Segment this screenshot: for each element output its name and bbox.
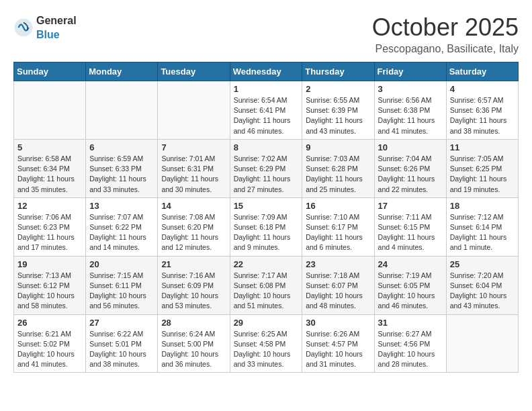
day-info: Sunrise: 6:24 AM Sunset: 5:00 PM Dayligh… [161, 329, 226, 370]
calendar-cell: 19Sunrise: 7:13 AM Sunset: 6:12 PM Dayli… [14, 256, 86, 314]
day-number: 5 [17, 142, 82, 152]
calendar-cell: 10Sunrise: 7:04 AM Sunset: 6:26 PM Dayli… [374, 139, 446, 197]
calendar-cell: 7Sunrise: 7:01 AM Sunset: 6:31 PM Daylig… [158, 139, 230, 197]
day-number: 14 [161, 201, 226, 211]
day-number: 9 [306, 142, 370, 152]
calendar-cell: 23Sunrise: 7:18 AM Sunset: 6:07 PM Dayli… [302, 256, 374, 314]
day-info: Sunrise: 6:27 AM Sunset: 4:56 PM Dayligh… [378, 329, 443, 370]
calendar-cell: 31Sunrise: 6:27 AM Sunset: 4:56 PM Dayli… [374, 314, 446, 373]
day-number: 16 [306, 201, 370, 211]
day-info: Sunrise: 7:19 AM Sunset: 6:05 PM Dayligh… [378, 271, 443, 312]
calendar-cell: 28Sunrise: 6:24 AM Sunset: 5:00 PM Dayli… [158, 314, 230, 373]
day-number: 6 [89, 142, 154, 152]
calendar-cell: 12Sunrise: 7:06 AM Sunset: 6:23 PM Dayli… [14, 197, 86, 256]
calendar-cell: 30Sunrise: 6:26 AM Sunset: 4:57 PM Dayli… [302, 314, 374, 373]
calendar-cell: 2Sunrise: 6:55 AM Sunset: 6:39 PM Daylig… [302, 81, 374, 140]
calendar-cell: 24Sunrise: 7:19 AM Sunset: 6:05 PM Dayli… [374, 256, 446, 314]
logo-blue-text: Blue [36, 29, 60, 40]
day-number: 2 [306, 84, 370, 94]
day-number: 26 [17, 318, 82, 328]
day-info: Sunrise: 6:55 AM Sunset: 6:39 PM Dayligh… [306, 95, 370, 136]
day-number: 30 [306, 318, 370, 328]
day-number: 15 [234, 201, 299, 211]
day-number: 1 [234, 84, 299, 94]
day-number: 3 [378, 84, 443, 94]
day-info: Sunrise: 7:06 AM Sunset: 6:23 PM Dayligh… [17, 212, 82, 253]
calendar-cell: 26Sunrise: 6:21 AM Sunset: 5:02 PM Dayli… [14, 314, 86, 373]
title-section: October 2025 Pescopagano, Basilicate, It… [372, 13, 519, 55]
calendar-cell [446, 314, 518, 373]
calendar-cell [158, 81, 230, 140]
weekday-header-thursday: Thursday [302, 62, 374, 81]
calendar-cell: 16Sunrise: 7:10 AM Sunset: 6:17 PM Dayli… [302, 197, 374, 256]
day-number: 12 [17, 201, 82, 211]
day-info: Sunrise: 7:04 AM Sunset: 6:26 PM Dayligh… [378, 154, 443, 195]
day-number: 7 [161, 142, 226, 152]
day-info: Sunrise: 7:20 AM Sunset: 6:04 PM Dayligh… [450, 271, 515, 312]
day-number: 17 [378, 201, 443, 211]
weekday-header-tuesday: Tuesday [158, 62, 230, 81]
day-number: 11 [450, 142, 515, 152]
day-info: Sunrise: 7:09 AM Sunset: 6:18 PM Dayligh… [234, 212, 299, 253]
logo: General Blue [13, 13, 77, 42]
day-number: 23 [306, 259, 370, 269]
day-info: Sunrise: 7:01 AM Sunset: 6:31 PM Dayligh… [161, 154, 226, 195]
calendar-cell: 4Sunrise: 6:57 AM Sunset: 6:36 PM Daylig… [446, 81, 518, 140]
calendar-cell: 11Sunrise: 7:05 AM Sunset: 6:25 PM Dayli… [446, 139, 518, 197]
day-info: Sunrise: 7:03 AM Sunset: 6:28 PM Dayligh… [306, 154, 370, 195]
day-number: 21 [161, 259, 226, 269]
calendar-cell [14, 81, 86, 140]
day-info: Sunrise: 6:25 AM Sunset: 4:58 PM Dayligh… [234, 329, 299, 370]
day-info: Sunrise: 7:16 AM Sunset: 6:09 PM Dayligh… [161, 271, 226, 312]
weekday-header-friday: Friday [374, 62, 446, 81]
weekday-header-row: SundayMondayTuesdayWednesdayThursdayFrid… [14, 62, 519, 81]
calendar-cell: 22Sunrise: 7:17 AM Sunset: 6:08 PM Dayli… [230, 256, 302, 314]
day-info: Sunrise: 6:54 AM Sunset: 6:41 PM Dayligh… [234, 95, 299, 136]
day-info: Sunrise: 7:12 AM Sunset: 6:14 PM Dayligh… [450, 212, 515, 253]
day-number: 28 [161, 318, 226, 328]
calendar-cell: 15Sunrise: 7:09 AM Sunset: 6:18 PM Dayli… [230, 197, 302, 256]
day-number: 8 [234, 142, 299, 152]
day-number: 20 [89, 259, 154, 269]
logo-icon [13, 17, 34, 38]
day-info: Sunrise: 6:26 AM Sunset: 4:57 PM Dayligh… [306, 329, 370, 370]
day-info: Sunrise: 6:56 AM Sunset: 6:38 PM Dayligh… [378, 95, 443, 136]
calendar-week-1: 1Sunrise: 6:54 AM Sunset: 6:41 PM Daylig… [14, 81, 519, 140]
calendar-cell: 5Sunrise: 6:58 AM Sunset: 6:34 PM Daylig… [14, 139, 86, 197]
calendar-week-2: 5Sunrise: 6:58 AM Sunset: 6:34 PM Daylig… [14, 139, 519, 197]
day-info: Sunrise: 7:02 AM Sunset: 6:29 PM Dayligh… [234, 154, 299, 195]
day-info: Sunrise: 7:10 AM Sunset: 6:17 PM Dayligh… [306, 212, 370, 253]
calendar-cell [86, 81, 158, 140]
weekday-header-monday: Monday [86, 62, 158, 81]
day-number: 25 [450, 259, 515, 269]
day-info: Sunrise: 6:22 AM Sunset: 5:01 PM Dayligh… [89, 329, 154, 370]
calendar-cell: 18Sunrise: 7:12 AM Sunset: 6:14 PM Dayli… [446, 197, 518, 256]
calendar-cell: 21Sunrise: 7:16 AM Sunset: 6:09 PM Dayli… [158, 256, 230, 314]
calendar-week-3: 12Sunrise: 7:06 AM Sunset: 6:23 PM Dayli… [14, 197, 519, 256]
day-number: 22 [234, 259, 299, 269]
day-number: 4 [450, 84, 515, 94]
day-info: Sunrise: 6:59 AM Sunset: 6:33 PM Dayligh… [89, 154, 154, 195]
day-info: Sunrise: 7:17 AM Sunset: 6:08 PM Dayligh… [234, 271, 299, 312]
day-info: Sunrise: 6:21 AM Sunset: 5:02 PM Dayligh… [17, 329, 82, 370]
calendar-cell: 8Sunrise: 7:02 AM Sunset: 6:29 PM Daylig… [230, 139, 302, 197]
day-number: 13 [89, 201, 154, 211]
day-number: 27 [89, 318, 154, 328]
calendar-cell: 27Sunrise: 6:22 AM Sunset: 5:01 PM Dayli… [86, 314, 158, 373]
calendar-cell: 9Sunrise: 7:03 AM Sunset: 6:28 PM Daylig… [302, 139, 374, 197]
location-text: Pescopagano, Basilicate, Italy [372, 43, 519, 55]
day-number: 10 [378, 142, 443, 152]
day-info: Sunrise: 7:08 AM Sunset: 6:20 PM Dayligh… [161, 212, 226, 253]
page-header: General Blue October 2025 Pescopagano, B… [13, 13, 519, 55]
day-number: 18 [450, 201, 515, 211]
calendar-cell: 20Sunrise: 7:15 AM Sunset: 6:11 PM Dayli… [86, 256, 158, 314]
day-info: Sunrise: 7:15 AM Sunset: 6:11 PM Dayligh… [89, 271, 154, 312]
weekday-header-saturday: Saturday [446, 62, 518, 81]
day-number: 29 [234, 318, 299, 328]
calendar-cell: 3Sunrise: 6:56 AM Sunset: 6:38 PM Daylig… [374, 81, 446, 140]
calendar-table: SundayMondayTuesdayWednesdayThursdayFrid… [13, 62, 519, 373]
weekday-header-wednesday: Wednesday [230, 62, 302, 81]
month-title: October 2025 [372, 13, 519, 42]
calendar-cell: 25Sunrise: 7:20 AM Sunset: 6:04 PM Dayli… [446, 256, 518, 314]
calendar-week-5: 26Sunrise: 6:21 AM Sunset: 5:02 PM Dayli… [14, 314, 519, 373]
